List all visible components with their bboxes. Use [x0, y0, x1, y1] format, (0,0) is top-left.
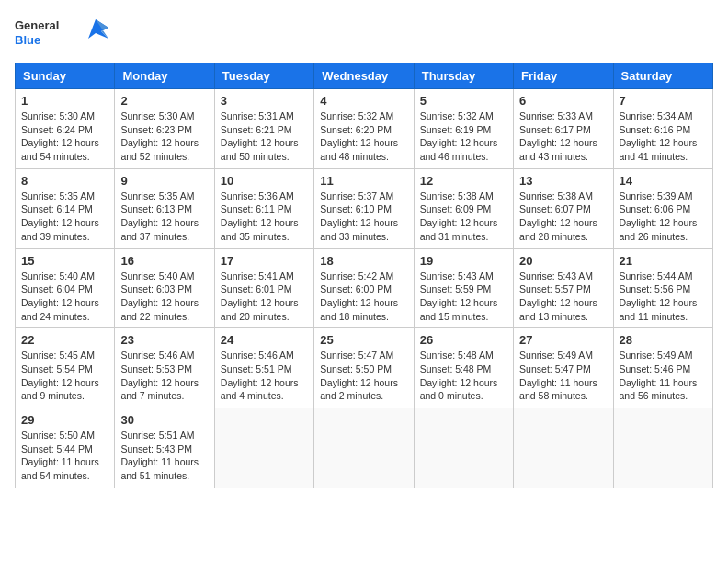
- day-info: Sunrise: 5:51 AM Sunset: 5:43 PM Dayligh…: [120, 429, 208, 483]
- day-number: 21: [620, 254, 707, 268]
- day-info: Sunrise: 5:33 AM Sunset: 6:17 PM Dayligh…: [519, 109, 607, 164]
- calendar-cell: 30Sunrise: 5:51 AM Sunset: 5:43 PM Dayli…: [115, 408, 214, 488]
- calendar-cell: 27Sunrise: 5:49 AM Sunset: 5:47 PM Dayli…: [514, 328, 613, 408]
- calendar-cell: [314, 408, 414, 488]
- calendar-cell: 18Sunrise: 5:42 AM Sunset: 6:00 PM Dayli…: [314, 248, 414, 328]
- day-info: Sunrise: 5:38 AM Sunset: 6:09 PM Dayligh…: [420, 190, 507, 244]
- svg-text:General: General: [15, 18, 59, 32]
- day-number: 12: [420, 174, 507, 188]
- calendar-cell: 9Sunrise: 5:35 AM Sunset: 6:13 PM Daylig…: [115, 168, 214, 248]
- day-number: 2: [120, 94, 208, 108]
- calendar-cell: 25Sunrise: 5:47 AM Sunset: 5:50 PM Dayli…: [314, 328, 414, 408]
- day-number: 27: [519, 333, 607, 347]
- day-info: Sunrise: 5:44 AM Sunset: 5:56 PM Dayligh…: [620, 270, 707, 324]
- day-info: Sunrise: 5:37 AM Sunset: 6:10 PM Dayligh…: [320, 190, 407, 244]
- calendar-header-row: SundayMondayTuesdayWednesdayThursdayFrid…: [16, 63, 713, 89]
- calendar-cell: 17Sunrise: 5:41 AM Sunset: 6:01 PM Dayli…: [214, 248, 313, 328]
- calendar-week-5: 29Sunrise: 5:50 AM Sunset: 5:44 PM Dayli…: [16, 408, 713, 488]
- logo-bird-svg: [83, 15, 108, 52]
- calendar-cell: 21Sunrise: 5:44 AM Sunset: 5:56 PM Dayli…: [613, 248, 712, 328]
- calendar-cell: [613, 408, 712, 488]
- calendar-cell: 29Sunrise: 5:50 AM Sunset: 5:44 PM Dayli…: [16, 408, 115, 488]
- day-number: 19: [420, 254, 507, 268]
- day-number: 13: [519, 174, 607, 188]
- calendar-cell: 26Sunrise: 5:48 AM Sunset: 5:48 PM Dayli…: [414, 328, 513, 408]
- svg-text:Blue: Blue: [15, 33, 40, 47]
- day-number: 29: [21, 413, 108, 427]
- calendar-cell: [414, 408, 513, 488]
- day-number: 4: [320, 94, 407, 108]
- day-number: 10: [221, 174, 308, 188]
- calendar-cell: [214, 408, 313, 488]
- weekday-header-saturday: Saturday: [613, 63, 712, 89]
- weekday-header-thursday: Thursday: [414, 63, 513, 89]
- day-number: 8: [21, 174, 108, 188]
- page-header: General Blue: [15, 15, 713, 52]
- day-number: 15: [21, 254, 108, 268]
- calendar-cell: 20Sunrise: 5:43 AM Sunset: 5:57 PM Dayli…: [514, 248, 613, 328]
- day-number: 28: [620, 333, 707, 347]
- day-info: Sunrise: 5:40 AM Sunset: 6:03 PM Dayligh…: [120, 270, 208, 324]
- weekday-header-friday: Friday: [514, 63, 613, 89]
- day-number: 18: [320, 254, 407, 268]
- day-info: Sunrise: 5:36 AM Sunset: 6:11 PM Dayligh…: [221, 190, 308, 244]
- day-info: Sunrise: 5:40 AM Sunset: 6:04 PM Dayligh…: [21, 270, 108, 324]
- day-number: 1: [21, 94, 108, 108]
- day-number: 14: [620, 174, 707, 188]
- day-info: Sunrise: 5:42 AM Sunset: 6:00 PM Dayligh…: [320, 270, 407, 324]
- day-number: 11: [320, 174, 407, 188]
- calendar-cell: 3Sunrise: 5:31 AM Sunset: 6:21 PM Daylig…: [214, 89, 313, 169]
- day-number: 30: [120, 413, 208, 427]
- day-number: 7: [620, 94, 707, 108]
- day-number: 22: [21, 333, 108, 347]
- calendar-cell: 2Sunrise: 5:30 AM Sunset: 6:23 PM Daylig…: [115, 89, 214, 169]
- day-number: 5: [420, 94, 507, 108]
- calendar-cell: 22Sunrise: 5:45 AM Sunset: 5:54 PM Dayli…: [16, 328, 115, 408]
- day-number: 9: [120, 174, 208, 188]
- weekday-header-monday: Monday: [115, 63, 214, 89]
- calendar-week-1: 1Sunrise: 5:30 AM Sunset: 6:24 PM Daylig…: [16, 89, 713, 169]
- calendar-cell: 4Sunrise: 5:32 AM Sunset: 6:20 PM Daylig…: [314, 89, 414, 169]
- day-info: Sunrise: 5:49 AM Sunset: 5:47 PM Dayligh…: [519, 349, 607, 403]
- day-info: Sunrise: 5:34 AM Sunset: 6:16 PM Dayligh…: [620, 109, 707, 164]
- calendar-cell: 6Sunrise: 5:33 AM Sunset: 6:17 PM Daylig…: [514, 89, 613, 169]
- calendar-cell: 11Sunrise: 5:37 AM Sunset: 6:10 PM Dayli…: [314, 168, 414, 248]
- day-info: Sunrise: 5:32 AM Sunset: 6:19 PM Dayligh…: [420, 109, 507, 164]
- calendar-week-4: 22Sunrise: 5:45 AM Sunset: 5:54 PM Dayli…: [16, 328, 713, 408]
- logo: General Blue: [15, 15, 108, 52]
- calendar-cell: 28Sunrise: 5:49 AM Sunset: 5:46 PM Dayli…: [613, 328, 712, 408]
- day-number: 24: [221, 333, 308, 347]
- day-number: 3: [221, 94, 308, 108]
- day-info: Sunrise: 5:41 AM Sunset: 6:01 PM Dayligh…: [221, 270, 308, 324]
- calendar-cell: 12Sunrise: 5:38 AM Sunset: 6:09 PM Dayli…: [414, 168, 513, 248]
- calendar-cell: 10Sunrise: 5:36 AM Sunset: 6:11 PM Dayli…: [214, 168, 313, 248]
- day-info: Sunrise: 5:46 AM Sunset: 5:51 PM Dayligh…: [221, 349, 308, 403]
- general-blue-logo: General Blue: [15, 15, 79, 52]
- day-number: 17: [221, 254, 308, 268]
- calendar-cell: 16Sunrise: 5:40 AM Sunset: 6:03 PM Dayli…: [115, 248, 214, 328]
- calendar-table: SundayMondayTuesdayWednesdayThursdayFrid…: [15, 63, 713, 488]
- day-info: Sunrise: 5:32 AM Sunset: 6:20 PM Dayligh…: [320, 109, 407, 164]
- calendar-cell: 24Sunrise: 5:46 AM Sunset: 5:51 PM Dayli…: [214, 328, 313, 408]
- day-info: Sunrise: 5:43 AM Sunset: 5:59 PM Dayligh…: [420, 270, 507, 324]
- day-info: Sunrise: 5:48 AM Sunset: 5:48 PM Dayligh…: [420, 349, 507, 403]
- day-info: Sunrise: 5:50 AM Sunset: 5:44 PM Dayligh…: [21, 429, 108, 483]
- calendar-cell: 5Sunrise: 5:32 AM Sunset: 6:19 PM Daylig…: [414, 89, 513, 169]
- calendar-cell: 13Sunrise: 5:38 AM Sunset: 6:07 PM Dayli…: [514, 168, 613, 248]
- day-number: 20: [519, 254, 607, 268]
- day-info: Sunrise: 5:30 AM Sunset: 6:24 PM Dayligh…: [21, 109, 108, 164]
- calendar-cell: 23Sunrise: 5:46 AM Sunset: 5:53 PM Dayli…: [115, 328, 214, 408]
- day-info: Sunrise: 5:45 AM Sunset: 5:54 PM Dayligh…: [21, 349, 108, 403]
- day-number: 16: [120, 254, 208, 268]
- day-info: Sunrise: 5:47 AM Sunset: 5:50 PM Dayligh…: [320, 349, 407, 403]
- day-info: Sunrise: 5:43 AM Sunset: 5:57 PM Dayligh…: [519, 270, 607, 324]
- day-info: Sunrise: 5:35 AM Sunset: 6:14 PM Dayligh…: [21, 190, 108, 244]
- weekday-header-wednesday: Wednesday: [314, 63, 414, 89]
- day-number: 23: [120, 333, 208, 347]
- calendar-cell: 1Sunrise: 5:30 AM Sunset: 6:24 PM Daylig…: [16, 89, 115, 169]
- day-info: Sunrise: 5:49 AM Sunset: 5:46 PM Dayligh…: [620, 349, 707, 403]
- weekday-header-tuesday: Tuesday: [214, 63, 313, 89]
- day-info: Sunrise: 5:38 AM Sunset: 6:07 PM Dayligh…: [519, 190, 607, 244]
- calendar-cell: 19Sunrise: 5:43 AM Sunset: 5:59 PM Dayli…: [414, 248, 513, 328]
- calendar-cell: 7Sunrise: 5:34 AM Sunset: 6:16 PM Daylig…: [613, 89, 712, 169]
